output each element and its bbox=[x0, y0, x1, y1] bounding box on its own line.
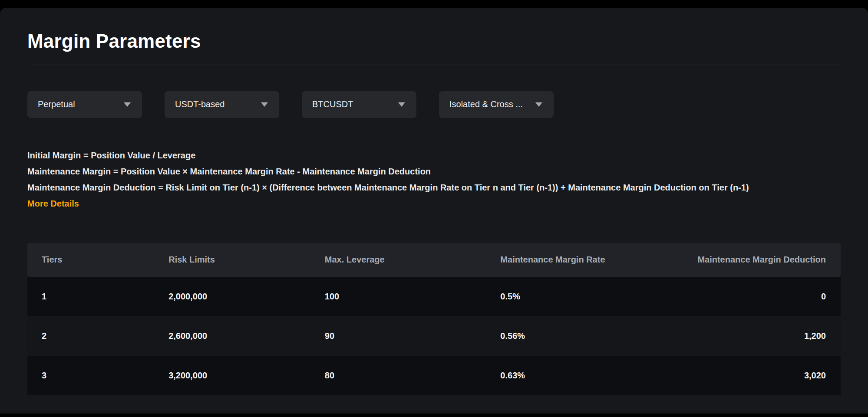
header-maintenance-margin-rate: Maintenance Margin Rate bbox=[486, 243, 660, 277]
margin-parameters-table: Tiers Risk Limits Max. Leverage Maintena… bbox=[27, 243, 841, 395]
header-max-leverage: Max. Leverage bbox=[310, 243, 486, 277]
margin-parameters-page: Margin Parameters Perpetual USDT-based B… bbox=[0, 8, 868, 395]
cell-max-leverage: 100 bbox=[310, 277, 486, 316]
table-row: 3 3,200,000 80 0.63% 3,020 bbox=[27, 356, 841, 395]
maintenance-margin-formula: Maintenance Margin = Position Value × Ma… bbox=[27, 164, 841, 180]
table-row: 1 2,000,000 100 0.5% 0 bbox=[27, 277, 841, 316]
contract-type-value: Perpetual bbox=[38, 99, 75, 109]
margin-mode-value: Isolated & Cross ... bbox=[449, 99, 523, 109]
table-row: 2 2,600,000 90 0.56% 1,200 bbox=[27, 316, 841, 356]
cell-max-leverage: 80 bbox=[310, 356, 486, 395]
maintenance-margin-deduction-formula: Maintenance Margin Deduction = Risk Limi… bbox=[27, 180, 841, 196]
cell-maintenance-margin-deduction: 3,020 bbox=[660, 356, 841, 395]
contract-type-dropdown[interactable]: Perpetual bbox=[27, 91, 142, 118]
header-tiers: Tiers bbox=[27, 243, 154, 277]
cell-maintenance-margin-rate: 0.56% bbox=[486, 316, 660, 356]
filter-bar: Perpetual USDT-based BTCUSDT Isolated & … bbox=[27, 91, 841, 118]
main-panel: Margin Parameters Perpetual USDT-based B… bbox=[0, 8, 868, 414]
table-header: Tiers Risk Limits Max. Leverage Maintena… bbox=[27, 243, 841, 277]
page-title: Margin Parameters bbox=[27, 30, 841, 53]
settlement-asset-dropdown[interactable]: USDT-based bbox=[165, 91, 279, 118]
chevron-down-icon bbox=[124, 102, 131, 107]
chevron-down-icon bbox=[261, 102, 268, 107]
cell-maintenance-margin-deduction: 1,200 bbox=[660, 316, 841, 356]
cell-maintenance-margin-rate: 0.5% bbox=[486, 277, 660, 316]
cell-risk-limit: 2,600,000 bbox=[154, 316, 310, 356]
symbol-value: BTCUSDT bbox=[312, 99, 353, 109]
title-divider bbox=[27, 65, 841, 65]
settlement-asset-value: USDT-based bbox=[175, 99, 225, 109]
cell-tier: 2 bbox=[27, 316, 154, 356]
header-risk-limits: Risk Limits bbox=[154, 243, 310, 277]
margin-mode-dropdown[interactable]: Isolated & Cross ... bbox=[439, 91, 554, 118]
symbol-dropdown[interactable]: BTCUSDT bbox=[302, 91, 416, 118]
table-body: 1 2,000,000 100 0.5% 0 2 2,600,000 90 0.… bbox=[27, 277, 841, 395]
more-details-link[interactable]: More Details bbox=[27, 196, 79, 212]
cell-maintenance-margin-rate: 0.63% bbox=[486, 356, 660, 395]
cell-risk-limit: 2,000,000 bbox=[154, 277, 310, 316]
cell-tier: 1 bbox=[27, 277, 154, 316]
initial-margin-formula: Initial Margin = Position Value / Levera… bbox=[27, 148, 841, 164]
cell-tier: 3 bbox=[27, 356, 154, 395]
chevron-down-icon bbox=[398, 102, 405, 107]
cell-risk-limit: 3,200,000 bbox=[154, 356, 310, 395]
chevron-down-icon bbox=[535, 102, 542, 107]
formula-block: Initial Margin = Position Value / Levera… bbox=[27, 148, 841, 212]
header-maintenance-margin-deduction: Maintenance Margin Deduction bbox=[660, 243, 841, 277]
table-header-row: Tiers Risk Limits Max. Leverage Maintena… bbox=[27, 243, 841, 277]
cell-maintenance-margin-deduction: 0 bbox=[660, 277, 841, 316]
cell-max-leverage: 90 bbox=[310, 316, 486, 356]
